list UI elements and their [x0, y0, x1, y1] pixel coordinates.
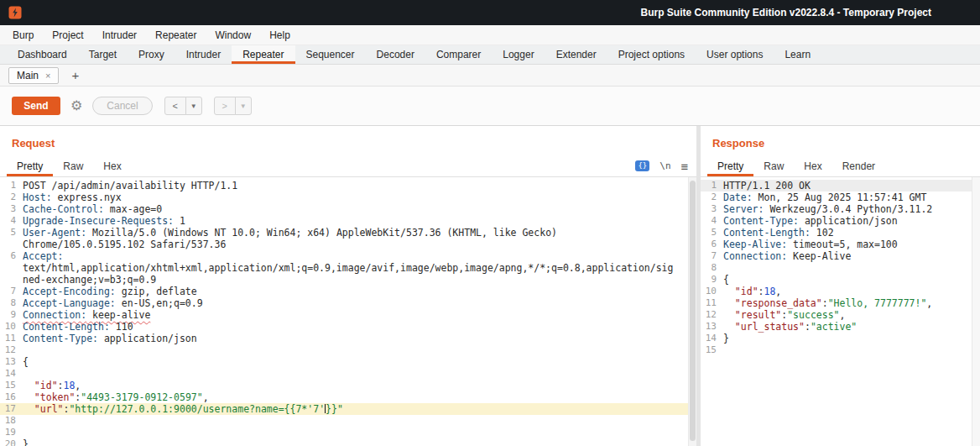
line-number: 14 [701, 333, 723, 344]
request-tab-hex[interactable]: Hex [93, 155, 131, 176]
settings-gear-icon[interactable]: ⚙ [70, 99, 82, 113]
menu-help[interactable]: Help [260, 29, 300, 41]
tab-repeater[interactable]: Repeater [232, 45, 295, 64]
response-tab-pretty[interactable]: Pretty [707, 155, 753, 176]
code-line: 8Accept-Language: en-US,en;q=0.9 [0, 297, 696, 309]
send-button[interactable]: Send [12, 97, 60, 115]
response-editor-tabs: PrettyRawHexRender [707, 155, 885, 176]
code-line: 7Connection: Keep-Alive [701, 250, 980, 262]
tab-proxy[interactable]: Proxy [128, 45, 175, 64]
line-number: 17 [0, 403, 23, 415]
request-tab-raw[interactable]: Raw [53, 155, 93, 176]
code-line: text/html,application/xhtml+xml,applicat… [0, 262, 696, 274]
code-line: 17 "url":"http://127.0.0.1:9000/username… [0, 403, 696, 415]
content-split: Request PrettyRawHex {}\n≡ 1POST /api/ad… [0, 125, 980, 446]
forward-button[interactable]: > [214, 97, 236, 115]
code-line: 15 [701, 344, 980, 356]
code-line: Chrome/105.0.5195.102 Safari/537.36 [0, 239, 696, 250]
menu-project[interactable]: Project [43, 29, 92, 41]
code-line: 19 [0, 427, 696, 438]
forward-dropdown-icon[interactable]: ▼ [235, 97, 252, 115]
tab-dashboard[interactable]: Dashboard [7, 45, 78, 64]
code-line: 4Content-Type: application/json [701, 215, 980, 227]
line-number: 2 [701, 192, 723, 203]
code-line: 3Cache-Control: max-age=0 [0, 203, 696, 215]
response-editor-tabbar: PrettyRawHexRender [701, 155, 980, 177]
tab-learn[interactable]: Learn [774, 45, 821, 64]
code-line: 14} [701, 333, 980, 344]
code-line: 10Content-Length: 110 [0, 321, 696, 333]
history-forward-group: > ▼ [214, 97, 252, 115]
line-number: 12 [0, 344, 23, 356]
back-dropdown-icon[interactable]: ▼ [185, 97, 202, 115]
add-tab-button[interactable]: + [71, 68, 79, 82]
request-scrollbar-thumb[interactable] [690, 181, 696, 441]
response-tab-hex[interactable]: Hex [794, 155, 831, 176]
line-number: 8 [0, 297, 23, 309]
code-line: 20} [0, 438, 696, 446]
tab-decoder[interactable]: Decoder [366, 45, 425, 64]
response-editor[interactable]: 1HTTP/1.1 200 OK2Date: Mon, 25 Aug 2025 … [701, 177, 980, 446]
line-number [0, 239, 23, 250]
line-number: 7 [701, 250, 723, 262]
tab-extender[interactable]: Extender [545, 45, 607, 64]
code-line: 12 [0, 344, 696, 356]
menubar: BurpProjectIntruderRepeaterWindowHelp [0, 25, 980, 45]
line-number: 6 [701, 239, 723, 250]
request-panel-title: Request [0, 126, 696, 155]
line-number: 9 [701, 274, 723, 286]
request-scrollbar[interactable] [688, 177, 696, 446]
code-line: 1POST /api/admin/availability HTTP/1.1 [0, 180, 696, 192]
line-number [0, 274, 23, 286]
code-line: 9{ [701, 274, 980, 286]
request-tab-pretty[interactable]: Pretty [7, 155, 53, 176]
response-tab-render[interactable]: Render [832, 155, 885, 176]
menu-window[interactable]: Window [206, 29, 260, 41]
code-line: 9Connection: keep-alive [0, 309, 696, 321]
menu-intruder[interactable]: Intruder [93, 29, 146, 41]
repeater-toolbar: Send ⚙ Cancel < ▼ > ▼ [0, 87, 980, 125]
response-scrollbar[interactable] [972, 177, 980, 446]
main-tabbar: DashboardTargetProxyIntruderRepeaterSequ… [0, 45, 980, 65]
code-line: 6Accept: [0, 250, 696, 262]
line-number: 5 [0, 227, 23, 239]
tab-project-options[interactable]: Project options [607, 45, 696, 64]
line-number: 15 [0, 380, 23, 391]
pretty-print-icon[interactable]: {} [635, 160, 649, 171]
back-button[interactable]: < [164, 97, 186, 115]
line-number [0, 262, 23, 274]
tab-intruder[interactable]: Intruder [175, 45, 232, 64]
tab-sequencer[interactable]: Sequencer [295, 45, 366, 64]
response-tab-raw[interactable]: Raw [753, 155, 794, 176]
nonprinting-chars-icon[interactable]: \n [659, 160, 670, 171]
line-number: 13 [701, 321, 723, 333]
code-line: 7Accept-Encoding: gzip, deflate [0, 286, 696, 297]
window-title: Burp Suite Community Edition v2022.8.4 -… [640, 7, 931, 18]
tab-user-options[interactable]: User options [696, 45, 774, 64]
request-editor[interactable]: 1POST /api/admin/availability HTTP/1.12H… [0, 177, 696, 446]
code-line: 11 "response_data":"Hello, 7777777!", [701, 297, 980, 309]
line-number: 18 [0, 415, 23, 427]
tab-comparer[interactable]: Comparer [425, 45, 492, 64]
line-number: 13 [0, 356, 23, 368]
code-line: 13{ [0, 356, 696, 368]
menu-burp[interactable]: Burp [3, 29, 43, 41]
close-tab-icon[interactable]: × [45, 71, 50, 81]
code-line: 12 "result":"success", [701, 309, 980, 321]
code-line: 14 [0, 368, 696, 380]
menu-repeater[interactable]: Repeater [146, 29, 206, 41]
tab-target[interactable]: Target [78, 45, 128, 64]
burp-logo-icon [8, 6, 22, 19]
cancel-button[interactable]: Cancel [92, 97, 152, 115]
request-editor-tabs: PrettyRawHex [7, 155, 132, 176]
line-number: 10 [701, 286, 723, 297]
editor-menu-icon[interactable]: ≡ [681, 160, 688, 173]
line-number: 10 [0, 321, 23, 333]
line-number: 5 [701, 227, 723, 239]
code-line: 5Content-Length: 102 [701, 227, 980, 239]
subtab-main[interactable]: Main× [8, 67, 59, 84]
code-line: 18 [0, 415, 696, 427]
tab-logger[interactable]: Logger [492, 45, 545, 64]
line-number: 6 [0, 250, 23, 262]
line-number: 11 [701, 297, 723, 309]
